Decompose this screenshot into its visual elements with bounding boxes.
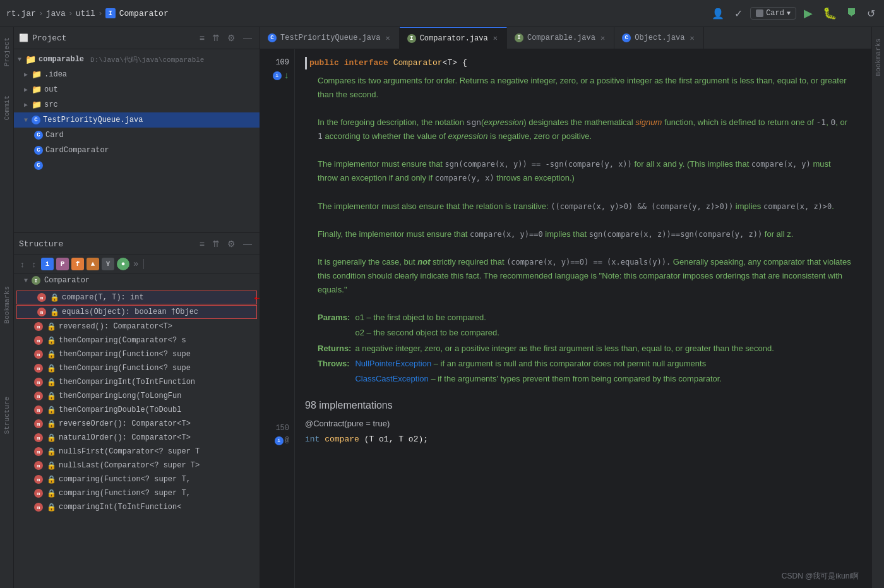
- structure-sort1-btn[interactable]: ↕: [18, 258, 27, 270]
- struct-item-nullsfirst[interactable]: m 🔒 nullsFirst(Comparator<? super T: [14, 445, 260, 459]
- struct-item-thencomparinglong[interactable]: m 🔒 thenComparingLong(ToLongFun: [14, 389, 260, 403]
- tab-object-close[interactable]: ✕: [688, 33, 695, 43]
- project-action-collapse[interactable]: ⇈: [210, 32, 222, 44]
- struct-item-equals[interactable]: m 🔒 equals(Object): boolean †Objec: [16, 305, 257, 319]
- profile-button[interactable]: ↺: [864, 5, 878, 22]
- struct-item-then3-label: thenComparing(Function<? supe: [59, 364, 191, 373]
- sidebar-tab-commit[interactable]: Commit: [1, 90, 13, 126]
- structure-close-btn[interactable]: —: [241, 237, 254, 250]
- method-icon-then1: m: [34, 336, 43, 345]
- method-icon-equals: m: [37, 308, 46, 316]
- tree-item-out[interactable]: ▶ 📁 out: [14, 82, 260, 97]
- struct-filter-p[interactable]: P: [56, 258, 69, 270]
- struct-item-reverseorder[interactable]: m 🔒 reverseOrder(): Comparator<T>: [14, 417, 260, 431]
- method-icon-thendouble: m: [34, 405, 43, 414]
- tab-object-icon: C: [622, 33, 631, 42]
- sidebar-tab-bookmarks[interactable]: Bookmarks: [1, 281, 13, 328]
- run-button[interactable]: ▶: [801, 4, 815, 23]
- comparator-class-icon: I: [32, 276, 40, 285]
- run-config-chevron: ▼: [787, 10, 791, 17]
- tree-item-src[interactable]: ▶ 📁 src: [14, 97, 260, 112]
- struct-item-thendouble-label: thenComparingDouble(ToDoubl: [59, 405, 181, 414]
- tab-testpq-close[interactable]: ✕: [384, 33, 391, 43]
- sidebar-tab-structure2[interactable]: Structure: [1, 392, 13, 439]
- struct-item-comparingint[interactable]: m 🔒 comparingInt(ToIntFunction<: [14, 500, 260, 514]
- code-editor[interactable]: public interface Comparator<T> { Compare…: [295, 49, 863, 588]
- comparator-class-label: Comparator: [44, 276, 90, 285]
- breadcrumb-item-util[interactable]: util: [76, 9, 95, 18]
- run-config-selector[interactable]: Card ▼: [750, 7, 796, 20]
- struct-item-comparing1-label: comparing(Function<? super T,: [59, 475, 191, 484]
- tree-item-other[interactable]: C: [14, 158, 260, 173]
- doc-line-1: Compares its two arguments for order. Re…: [318, 74, 852, 102]
- tab-object[interactable]: C Object.java ✕: [614, 27, 703, 49]
- structure-header: Structure ≡ ⇈ ⚙ —: [14, 233, 260, 255]
- tab-comparable-close[interactable]: ✕: [599, 33, 606, 43]
- struct-filter-f[interactable]: f: [71, 258, 84, 270]
- tab-testpq[interactable]: C TestPriorityQueue.java ✕: [260, 27, 400, 49]
- struct-item-thencomparingdouble[interactable]: m 🔒 thenComparingDouble(ToDoubl: [14, 403, 260, 417]
- tab-testpq-icon: C: [268, 33, 277, 42]
- struct-filter-info[interactable]: i: [41, 258, 54, 270]
- code-line-150: int compare (T o1, T o2);: [305, 433, 852, 447]
- struct-filter-green[interactable]: ●: [117, 258, 129, 270]
- breadcrumb-item-comparator[interactable]: Comparator: [119, 9, 169, 18]
- project-panel: ⬜ Project ≡ ⇈ ⚙ — ▼ 📁 comparable D:\Java…: [14, 27, 260, 588]
- right-sidebar: Bookmarks: [871, 27, 884, 588]
- structure-class-comparator[interactable]: ▼ I Comparator: [14, 273, 260, 287]
- idea-chevron: ▶: [24, 71, 28, 78]
- sidebar-bookmarks-right[interactable]: Bookmarks: [873, 33, 884, 81]
- tab-comparator[interactable]: I Comparator.java ✕: [400, 27, 507, 49]
- tree-item-cardcomparator[interactable]: C CardComparator: [14, 143, 260, 158]
- structure-settings-btn[interactable]: ⚙: [225, 237, 238, 250]
- other-icon: C: [34, 161, 43, 170]
- coverage-button[interactable]: ⛊: [844, 5, 859, 21]
- structure-panel: Structure ≡ ⇈ ⚙ — ↕ ↕ i P f ▲ Y ● »: [14, 232, 260, 588]
- code-109-content: public interface Comparator<T> {: [309, 57, 467, 70]
- struct-item-compare-label: compare(T, T): int: [62, 293, 144, 302]
- structure-toolbar: ↕ ↕ i P f ▲ Y ● »: [14, 255, 260, 273]
- src-chevron: ▶: [24, 101, 28, 109]
- struct-item-naturalorder[interactable]: m 🔒 naturalOrder(): Comparator<T>: [14, 431, 260, 445]
- project-action-sort[interactable]: ≡: [197, 32, 207, 44]
- structure-collapse-btn[interactable]: ⇈: [210, 237, 222, 250]
- struct-item-reversed[interactable]: m 🔒 reversed(): Comparator<T>: [14, 320, 260, 333]
- struct-item-nullslast[interactable]: m 🔒 nullsLast(Comparator<? super T>: [14, 459, 260, 472]
- tab-comparator-close[interactable]: ✕: [492, 33, 499, 43]
- structure-sort-btn[interactable]: ≡: [197, 237, 207, 250]
- sidebar-tab-project[interactable]: Project: [1, 32, 13, 71]
- tab-bar: C TestPriorityQueue.java ✕ I Comparator.…: [260, 27, 871, 49]
- struct-item-thencomparingint[interactable]: m 🔒 thenComparingInt(ToIntFunction: [14, 375, 260, 389]
- scroll-gutter: [863, 49, 871, 588]
- struct-filter-y[interactable]: Y: [102, 258, 114, 270]
- struct-item-thencomparing3[interactable]: m 🔒 thenComparing(Function<? supe: [14, 361, 260, 375]
- user-icon[interactable]: 👤: [709, 5, 727, 22]
- structure-sort2-btn[interactable]: ↕: [30, 258, 39, 270]
- project-panel-header: ⬜ Project ≡ ⇈ ⚙ —: [14, 27, 260, 49]
- struct-item-naturalorder-label: naturalOrder(): Comparator<T>: [59, 433, 191, 442]
- debug-button[interactable]: 🐛: [820, 4, 839, 23]
- struct-item-reverseorder-label: reverseOrder(): Comparator<T>: [59, 419, 191, 428]
- struct-item-thencomparing1[interactable]: m 🔒 thenComparing(Comparator<? s: [14, 333, 260, 347]
- project-action-close[interactable]: —: [241, 32, 254, 44]
- struct-item-comparing1[interactable]: m 🔒 comparing(Function<? super T,: [14, 472, 260, 486]
- structure-tree: m 🔒 compare(T, T): int ← m 🔒 equals(Obje…: [14, 287, 260, 588]
- tree-item-card[interactable]: C Card: [14, 128, 260, 143]
- struct-item-compare[interactable]: m 🔒 compare(T, T): int: [16, 291, 257, 304]
- git-icon[interactable]: ✓: [732, 5, 745, 22]
- sidebar-tab-structure[interactable]: [5, 145, 9, 155]
- tree-item-idea[interactable]: ▶ 📁 .idea: [14, 67, 260, 82]
- struct-item-comparing2[interactable]: m 🔒 comparing(Function<? super T,: [14, 486, 260, 500]
- tree-item-testpq[interactable]: ▼ C TestPriorityQueue.java: [14, 112, 260, 128]
- tree-root[interactable]: ▼ 📁 comparable D:\Java\代码\java\comparabl…: [14, 52, 260, 67]
- struct-item-comparingint-label: comparingInt(ToIntFunction<: [59, 503, 181, 512]
- tab-comparable[interactable]: I Comparable.java ✕: [507, 27, 614, 49]
- struct-filter-orange2[interactable]: ▲: [87, 258, 99, 270]
- doc-line-5: Finally, the implementor must ensure tha…: [318, 227, 852, 241]
- project-action-settings[interactable]: ⚙: [225, 32, 238, 44]
- method-icon-lock-compare: 🔒: [50, 293, 59, 303]
- breadcrumb-item-jar[interactable]: rt.jar: [6, 9, 36, 18]
- struct-more-btn[interactable]: »: [132, 259, 140, 269]
- struct-item-thencomparing2[interactable]: m 🔒 thenComparing(Function<? supe: [14, 347, 260, 361]
- breadcrumb-item-java[interactable]: java: [46, 9, 66, 18]
